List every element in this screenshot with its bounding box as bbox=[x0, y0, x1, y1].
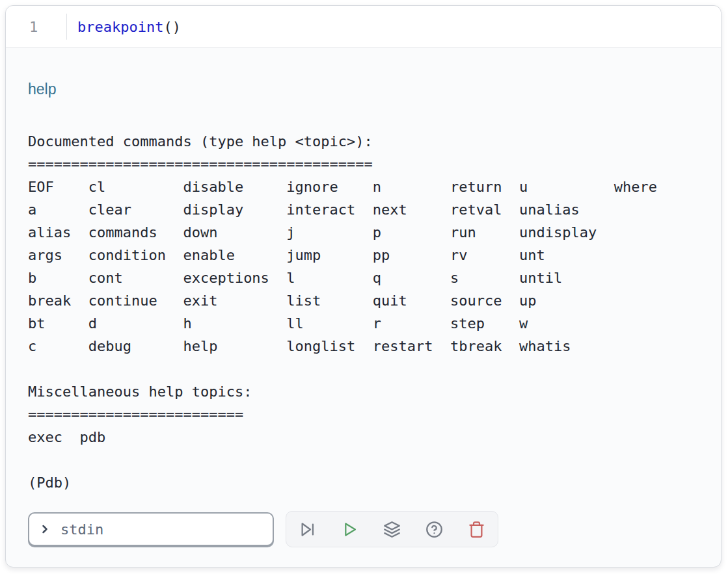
run-button[interactable] bbox=[341, 521, 358, 538]
editor-gutter: 1 bbox=[6, 6, 67, 47]
code-token-parens: () bbox=[163, 19, 181, 35]
code-cell-card: 1 breakpoint() help Documented commands … bbox=[5, 5, 721, 567]
stack-button[interactable] bbox=[383, 521, 401, 538]
console-io-row bbox=[28, 511, 699, 547]
debug-toolbar bbox=[286, 511, 498, 547]
step-button[interactable] bbox=[299, 521, 316, 538]
console-output: help Documented commands (type help <top… bbox=[6, 48, 721, 547]
console-echo-input: help bbox=[28, 78, 699, 101]
stdin-box[interactable] bbox=[28, 512, 274, 546]
stdin-input[interactable] bbox=[59, 521, 263, 538]
help-circle-icon bbox=[425, 521, 443, 538]
play-icon bbox=[341, 521, 358, 538]
code-line[interactable]: breakpoint() bbox=[67, 19, 181, 35]
help-button[interactable] bbox=[425, 521, 443, 538]
code-token-builtin: breakpoint bbox=[77, 19, 163, 35]
clear-button[interactable] bbox=[468, 521, 485, 538]
line-number: 1 bbox=[29, 19, 38, 35]
code-editor[interactable]: 1 breakpoint() bbox=[6, 6, 721, 48]
chevron-right-icon bbox=[38, 523, 51, 536]
step-forward-icon bbox=[299, 521, 316, 538]
layers-icon bbox=[383, 521, 401, 538]
console-text: Documented commands (type help <topic>):… bbox=[28, 130, 699, 494]
trash-icon bbox=[468, 521, 485, 538]
